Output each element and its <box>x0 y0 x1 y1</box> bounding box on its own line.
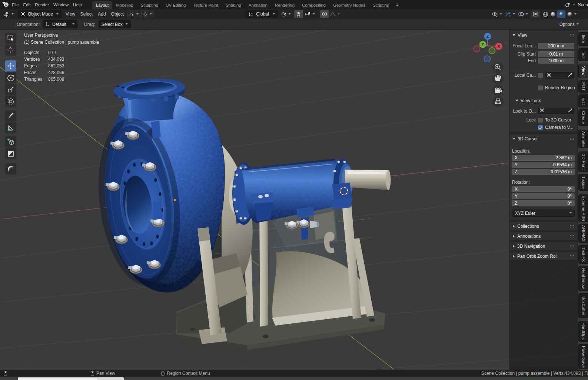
svg-text:Z: Z <box>486 34 489 39</box>
svg-text:Y: Y <box>482 43 484 47</box>
svg-text:X: X <box>498 44 500 49</box>
